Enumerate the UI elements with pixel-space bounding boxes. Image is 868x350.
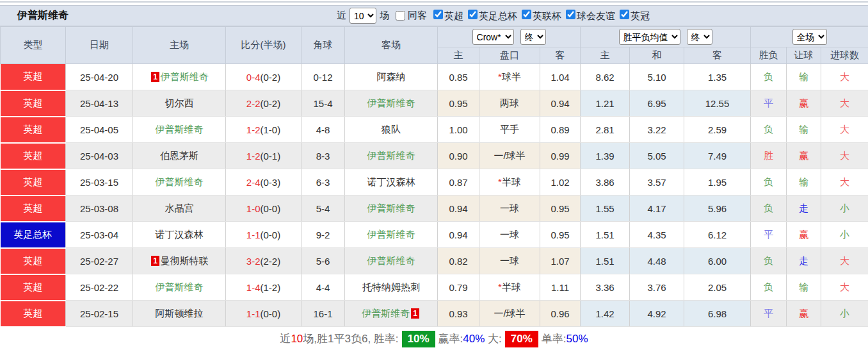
- cell-result-handicap: 走: [787, 248, 821, 274]
- cell-avg-away: 6.00: [684, 248, 751, 274]
- cell-avg-home: 1.39: [581, 143, 630, 169]
- fulltime-score: 0-4: [246, 72, 261, 83]
- league-checkbox-英足总杯[interactable]: [468, 10, 478, 19]
- same-opponent-label: 同客: [408, 10, 427, 22]
- league-filters: 英超英足总杯英联杯球会友谊英冠: [429, 10, 650, 22]
- cell-home-team: 水晶宫: [133, 196, 226, 222]
- cell-avg-away: 7.49: [684, 143, 751, 169]
- col-header-score: 比分(半场): [226, 27, 301, 64]
- odds-provider-select[interactable]: Crow*: [472, 29, 514, 45]
- cell-avg-home: 2.81: [581, 117, 630, 143]
- sub-header-avg-home: 主: [581, 47, 630, 64]
- cell-home-team: 伊普斯维奇: [133, 274, 226, 301]
- team-name: 伊普斯维奇: [156, 124, 204, 135]
- cell-odds-away: 1.07: [540, 248, 581, 274]
- odds-group-header: Crow* 终: [438, 27, 581, 47]
- col-header-date: 日期: [66, 27, 133, 64]
- team-name: 伊普斯维奇: [362, 308, 410, 319]
- league-label: 英超: [444, 10, 463, 21]
- top-divider: [0, 0, 868, 5]
- fulltime-score: 2-4: [246, 177, 261, 188]
- cell-odds-away: 0.95: [540, 222, 581, 248]
- summary-segment: 40%: [463, 333, 485, 346]
- league-checkbox-球会友谊[interactable]: [566, 10, 575, 19]
- fulltime-score: 1-1: [246, 229, 261, 240]
- cell-avg-home: 1.42: [581, 301, 630, 327]
- cell-home-team: 1曼彻斯特联: [133, 248, 226, 274]
- cell-avg-away: 1.95: [684, 169, 751, 196]
- league-checkbox-英联杯[interactable]: [522, 10, 531, 19]
- summary-segment: 50%: [567, 333, 588, 346]
- cell-result-handicap: 输: [787, 64, 821, 90]
- same-opponent-checkbox[interactable]: [396, 11, 405, 21]
- league-checkbox-英冠[interactable]: [620, 10, 629, 19]
- cell-result-goals: 大: [821, 274, 868, 301]
- team-name: 阿森纳: [377, 71, 406, 82]
- cell-avg-home: 3.36: [581, 274, 630, 301]
- cell-odds-away: 0.94: [540, 90, 581, 117]
- cell-result-goals: 小: [821, 196, 868, 222]
- cell-score: 1-4(1-2): [226, 274, 301, 301]
- halftime-score: (0-2): [261, 72, 281, 83]
- cell-result-handicap: 走: [787, 196, 821, 222]
- team-name: 伊普斯维奇: [367, 255, 415, 266]
- cell-score: 0-4(0-2): [226, 64, 301, 90]
- league-checkbox-英超[interactable]: [433, 10, 443, 19]
- cell-result-outcome: 负: [751, 196, 787, 222]
- col-header-type: 类型: [1, 27, 66, 64]
- cell-away-team: 伊普斯维奇1: [345, 301, 438, 327]
- cell-avg-draw: 3.57: [630, 169, 684, 196]
- cell-result-goals: 大: [821, 64, 868, 90]
- summary-segment: 近: [280, 331, 291, 346]
- cell-result-handicap: 赢: [787, 90, 821, 117]
- team-name: 伊普斯维奇: [161, 71, 209, 82]
- cell-result-handicap: 输: [787, 169, 821, 196]
- table-row: 英超25-03-08水晶宫1-0(0-0)5-4伊普斯维奇0.94一球0.951…: [1, 196, 868, 222]
- cell-corners: 5-6: [301, 248, 345, 274]
- result-scope-select[interactable]: 全场: [792, 29, 827, 45]
- cell-avg-away: 1.35: [684, 64, 751, 90]
- cell-result-handicap: 输: [787, 274, 821, 301]
- cell-date: 25-02-22: [66, 274, 133, 301]
- cell-corners: 6-3: [301, 169, 345, 196]
- fulltime-score: 1-4: [246, 282, 261, 293]
- cell-result-goals: 大: [821, 248, 868, 274]
- cell-result-handicap: 赢: [787, 143, 821, 169]
- table-header: 类型 日期 主场 比分(半场) 角球 客场 Crow* 终: [1, 27, 868, 64]
- cell-odds-handicap: 平手: [479, 117, 540, 143]
- halftime-score: (0-0): [261, 308, 281, 319]
- cell-corners: 8-3: [301, 143, 345, 169]
- team-name: 伊普斯维奇: [367, 97, 415, 108]
- cell-odds-home: 0.94: [438, 222, 479, 248]
- odds-final-select[interactable]: 终: [520, 29, 546, 45]
- cell-score: 2-2(0-2): [226, 90, 301, 117]
- cell-score: 2-4(0-3): [226, 169, 301, 196]
- table-row: 英超25-04-13切尔西2-2(0-2)15-4伊普斯维奇0.95两球0.94…: [1, 90, 868, 117]
- cell-away-team: 诺丁汉森林: [345, 169, 438, 196]
- cell-date: 25-03-15: [66, 169, 133, 196]
- team-name: 切尔西: [165, 97, 194, 108]
- fulltime-score: 1-0: [246, 203, 261, 214]
- col-header-home: 主场: [133, 27, 226, 64]
- summary-segment: 10%: [402, 331, 435, 347]
- cell-corners: 0-12: [301, 64, 345, 90]
- cell-date: 25-04-05: [66, 117, 133, 143]
- match-history-panel: 伊普斯维奇 近 10 场 同客 英超英足总杯英联杯球会友谊英冠 类型 日期 主场…: [0, 0, 868, 350]
- avg-type-select[interactable]: 胜平负均值: [619, 29, 680, 45]
- cell-home-team: 1伊普斯维奇: [133, 64, 226, 90]
- summary-segment: 赢率:: [438, 331, 463, 346]
- cell-avg-home: 1.51: [581, 222, 630, 248]
- cell-odds-home: 1.00: [438, 117, 479, 143]
- cell-avg-home: 3.86: [581, 169, 630, 196]
- table-row: 英超25-02-15阿斯顿维拉1-1(0-0)16-1伊普斯维奇10.93一/球…: [1, 301, 868, 327]
- recent-count-select[interactable]: 10: [350, 8, 376, 24]
- table-row: 英超25-02-271曼彻斯特联3-2(2-2)5-6伊普斯维奇0.82一球1.…: [1, 248, 868, 274]
- cell-home-team: 伊普斯维奇: [133, 169, 226, 196]
- cell-avg-away: 5.96: [684, 196, 751, 222]
- fulltime-score: 2-2: [246, 98, 261, 109]
- halftime-score: (2-2): [261, 256, 281, 267]
- avg-final-select[interactable]: 终: [687, 29, 712, 45]
- cell-league-type: 英超: [1, 248, 66, 274]
- cell-avg-away: 6.98: [684, 301, 751, 327]
- cell-avg-draw: 6.95: [630, 90, 684, 117]
